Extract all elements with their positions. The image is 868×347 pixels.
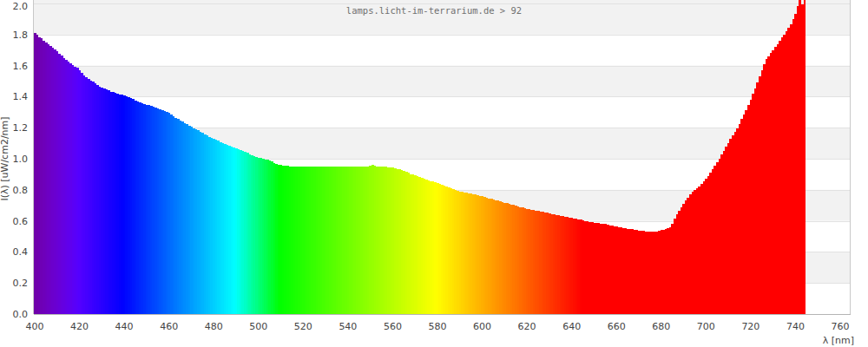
spectrum-bar (253, 156, 255, 314)
spectrum-bar (797, 6, 799, 314)
spectrum-bar (423, 179, 425, 314)
spectrum-bar (508, 204, 510, 314)
spectrum-bar (496, 200, 499, 314)
spectrum-bar (325, 167, 327, 314)
spectrum-bar (492, 200, 495, 314)
spectrum-bar (43, 41, 45, 315)
spectrum-bar (349, 167, 352, 314)
spectrum-bar (727, 143, 730, 314)
spectrum-bar (143, 104, 146, 314)
spectrum-bar (716, 162, 719, 314)
spectrum-bar (119, 95, 122, 315)
spectrum-bar (774, 47, 777, 314)
spectrum-bar (709, 173, 712, 314)
spectrum-bar (512, 205, 515, 314)
spectrum-bar (295, 167, 298, 314)
spectrum-bar (248, 154, 251, 315)
spectrum-bar (510, 205, 513, 314)
spectrum-bar (766, 59, 768, 314)
spectrum-bar (627, 229, 629, 314)
y-tick-label: 0.8 (13, 185, 29, 196)
spectrum-bar (244, 152, 247, 314)
spectrum-bar (369, 166, 372, 314)
spectrum-bar (783, 35, 786, 314)
x-tick-label: 740 (786, 321, 805, 332)
spectrum-bar (779, 41, 781, 314)
spectrum-bar (40, 38, 43, 314)
spectrum-bar (678, 211, 681, 314)
spectrum-bar (141, 103, 143, 314)
spectrum-bar (179, 121, 181, 314)
spectrum-bar (681, 207, 683, 314)
spectrum-bar (661, 230, 663, 314)
spectrum-bar (342, 167, 345, 314)
spectrum-bar (146, 105, 148, 314)
spectrum-bar (427, 180, 430, 314)
spectrum-bar (676, 214, 679, 314)
spectrum-bar (479, 196, 482, 314)
spectrum-bar (555, 215, 557, 315)
spectrum-bar (445, 187, 448, 314)
spectrum-bar (767, 56, 770, 314)
spectrum-bar (410, 174, 412, 315)
spectrum-bar (517, 206, 520, 314)
spectrum-bar (401, 170, 404, 314)
spectrum-bar (352, 167, 354, 314)
spectrum-bar (174, 118, 177, 314)
x-tick-label: 500 (249, 321, 267, 332)
spectrum-bar (553, 214, 556, 314)
spectrum-bar (271, 161, 273, 314)
spectrum-bar (522, 207, 524, 314)
spectrum-bar (564, 217, 567, 314)
spectrum-bar (289, 167, 292, 314)
spectrum-bar (671, 224, 674, 314)
spectrum-bar (58, 54, 61, 314)
spectrum-bar (45, 43, 48, 314)
spectrum-bar (580, 219, 582, 314)
spectrum-bar (130, 98, 133, 314)
spectrum-bar (235, 148, 238, 314)
spectrum-bar (34, 33, 36, 314)
spectrum-bar (247, 153, 249, 314)
spectrum-bar (365, 167, 367, 314)
spectrum-bar (193, 128, 195, 314)
spectrum-bar (736, 128, 739, 314)
y-axis-label: I(λ) [uW/cm2/nm] (0, 116, 10, 200)
spectrum-bar (490, 199, 493, 314)
y-tick-label: 1.2 (13, 122, 29, 134)
spectrum-bar (333, 167, 336, 314)
spectrum-bar (729, 139, 732, 314)
spectrum-bar (155, 108, 157, 314)
spectral-chart-page: 0.00.20.40.60.81.01.21.41.61.82.0 400420… (0, 0, 868, 347)
spectrum-bar (566, 217, 569, 314)
spectrum-bar (326, 167, 329, 314)
spectrum-bar (618, 227, 621, 314)
spectrum-bar (81, 73, 83, 314)
spectrum-bar (786, 31, 788, 314)
spectrum-bar (430, 181, 432, 315)
spectrum-bar (654, 232, 656, 314)
spectrum-bar (577, 219, 580, 314)
spectrum-bar (99, 87, 102, 314)
x-tick-label: 660 (608, 321, 626, 332)
spectrum-bar (723, 151, 726, 314)
spectrum-bar (94, 83, 96, 314)
spectrum-bar (65, 60, 68, 314)
spectrum-bar (608, 226, 611, 315)
spectrum-bar (438, 184, 441, 314)
spectrum-bar (434, 182, 437, 314)
spectrum-bar (69, 63, 72, 314)
spectrum-bar (582, 220, 584, 314)
spectrum-bar (177, 119, 180, 314)
spectrum-bar (241, 151, 244, 314)
spectrum-bar (336, 167, 339, 314)
spectrum-bar (461, 192, 464, 314)
spectrum-bar (82, 75, 85, 314)
spectrum-bar (734, 132, 737, 314)
y-tick-label: 0.0 (13, 309, 29, 320)
spectrum-bar (794, 14, 797, 314)
spectrum-bar (499, 201, 502, 314)
y-tick-label: 1.6 (13, 61, 29, 72)
spectrum-bar (72, 65, 75, 314)
spectrum-bar (345, 167, 347, 314)
